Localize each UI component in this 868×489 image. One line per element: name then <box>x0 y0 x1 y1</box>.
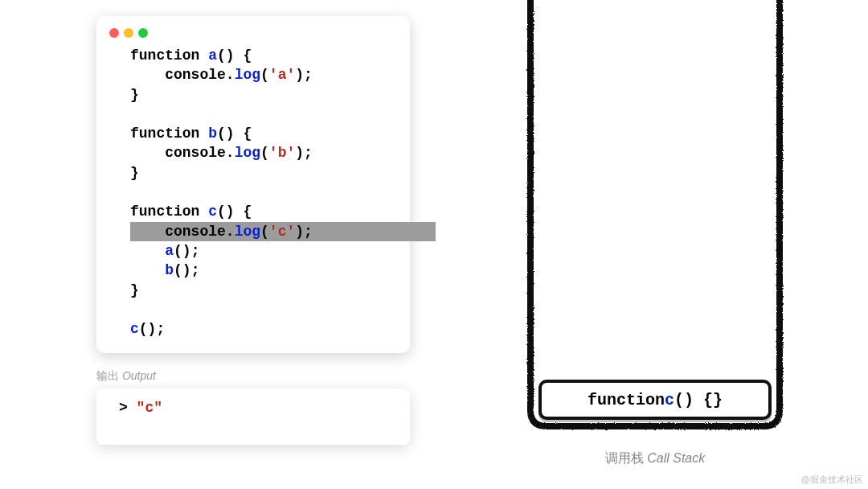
code-line: a(); <box>96 241 410 261</box>
code-line <box>96 105 410 124</box>
code-line: console.log('b'); <box>96 143 410 162</box>
call-stack-label: 调用栈 Call Stack <box>514 450 796 467</box>
code-line <box>96 300 410 319</box>
code-line: c(); <box>96 319 410 339</box>
code-line: } <box>96 281 410 300</box>
code-line <box>96 183 410 202</box>
code-line: } <box>96 163 410 183</box>
code-line: function c() { <box>96 202 410 221</box>
call-stack: function c() {} <box>514 0 796 450</box>
watermark: @掘金技术社区 <box>801 474 863 486</box>
stack-container-icon <box>514 0 796 438</box>
code-window: function a() { console.log('a');} functi… <box>96 16 410 353</box>
code-line: function a() { <box>96 46 410 65</box>
output-prompt: > <box>119 400 137 416</box>
output-label: 输出 Output <box>96 369 434 384</box>
close-icon <box>109 28 119 38</box>
output-value: "c" <box>137 400 162 416</box>
code-line: function b() { <box>96 124 410 143</box>
stack-frame: function c() {} <box>538 380 772 420</box>
code-line: console.log('c'); <box>130 222 436 241</box>
code-body: function a() { console.log('a');} functi… <box>96 46 410 339</box>
code-line: } <box>96 85 410 105</box>
minimize-icon <box>124 28 133 38</box>
code-line: console.log('a'); <box>96 65 410 84</box>
code-line: b(); <box>96 261 410 280</box>
output-window: > "c" <box>96 388 410 445</box>
maximize-icon <box>138 28 148 38</box>
traffic-lights <box>96 28 410 38</box>
